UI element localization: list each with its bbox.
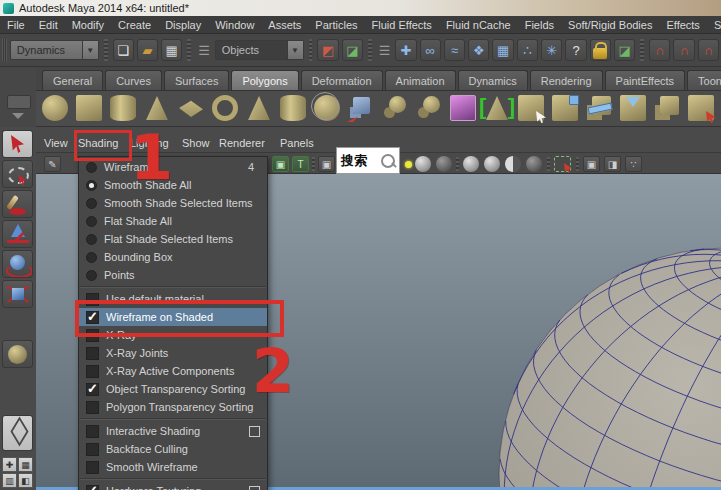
flat-lighting-icon[interactable] <box>484 156 500 172</box>
poly-cube-icon[interactable] <box>75 94 104 123</box>
select-curves-mask-icon[interactable]: ≈ <box>444 39 465 61</box>
select-surfaces-mask-icon[interactable]: ❖ <box>468 39 489 61</box>
menu-modify[interactable]: Modify <box>65 19 111 31</box>
poly-pipe-icon[interactable] <box>279 94 308 123</box>
highlight-selection-icon[interactable]: ◪ <box>614 39 635 61</box>
shelf-tab-curves[interactable]: Curves <box>105 70 162 90</box>
select-deformers-mask-icon[interactable]: ▦ <box>492 39 513 61</box>
menu-display[interactable]: Display <box>158 19 208 31</box>
smooth-icon[interactable] <box>619 94 648 123</box>
menu-item-smooth-wireframe[interactable]: Smooth Wireframe <box>79 458 267 476</box>
panel-menu-show[interactable]: Show <box>182 137 210 149</box>
menu-assets[interactable]: Assets <box>261 19 308 31</box>
default-material-icon[interactable]: ▣ <box>318 156 335 172</box>
menu-soft-rigid-bodies[interactable]: Soft/Rigid Bodies <box>561 19 659 31</box>
poly-platonic-icon[interactable] <box>415 94 444 123</box>
menu-item-hardware-texturing[interactable]: Hardware Texturing <box>79 482 267 490</box>
select-all-mask-icon[interactable]: ✚ <box>395 39 416 61</box>
menu-particles[interactable]: Particles <box>308 19 364 31</box>
select-dynamics-mask-icon[interactable]: ∴ <box>517 39 538 61</box>
separate-icon[interactable] <box>551 94 580 123</box>
snap-to-points-icon[interactable]: ∩ <box>698 39 719 61</box>
panel-menu-view[interactable]: View <box>44 137 68 149</box>
menu-fluid-effects[interactable]: Fluid Effects <box>365 19 439 31</box>
poly-reduce-icon[interactable] <box>347 94 376 123</box>
isolate-select-icon[interactable] <box>554 156 571 172</box>
menu-fluid-ncache[interactable]: Fluid nCache <box>439 19 518 31</box>
viewport-search-input[interactable]: 搜索 <box>336 147 400 174</box>
menu-item-flat-shade-all[interactable]: Flat Shade All <box>79 212 267 230</box>
combine-icon[interactable] <box>517 94 546 123</box>
lock-selection-icon[interactable] <box>590 39 611 61</box>
new-scene-icon[interactable]: ❏ <box>113 39 134 61</box>
shelf-tab-dynamics[interactable]: Dynamics <box>458 70 528 90</box>
poly-sphere-icon[interactable] <box>41 94 70 123</box>
xray-mode-icon[interactable]: ▣ <box>583 156 600 172</box>
snap-to-grid-icon[interactable]: ∩ <box>649 39 670 61</box>
grease-pencil-icon[interactable]: ✎ <box>44 156 61 172</box>
menu-item-smooth-shade-selected-items[interactable]: Smooth Shade Selected Items <box>79 194 267 212</box>
subdiv-cube-icon[interactable] <box>449 94 478 123</box>
layout-quad-pane-button-d[interactable]: ◧ <box>18 473 33 488</box>
menu-item-flat-shade-selected-items[interactable]: Flat Shade Selected Items <box>79 230 267 248</box>
poly-cone-icon[interactable] <box>143 94 172 123</box>
wireframe-sphere-icon[interactable] <box>415 156 431 172</box>
menu-item-points[interactable]: Points <box>79 266 267 284</box>
poly-torus-icon[interactable] <box>211 94 240 123</box>
shelf-tab-rendering[interactable]: Rendering <box>530 70 603 90</box>
plugin-shelf-icon[interactable]: ∵ <box>625 156 642 172</box>
shelf-caret-icon[interactable] <box>12 113 24 119</box>
open-scene-icon[interactable]: ▰ <box>137 39 158 61</box>
lasso-tool[interactable] <box>2 160 33 188</box>
component-filter-icon[interactable]: ☰ <box>377 43 392 58</box>
poly-pyramid-icon[interactable] <box>245 94 274 123</box>
mirror-geometry-icon[interactable] <box>687 94 716 123</box>
shelf-toggle-button[interactable] <box>7 95 31 109</box>
shelf-tab-polygons[interactable]: Polygons <box>231 70 298 90</box>
use-all-lights-icon[interactable] <box>463 156 479 172</box>
film-gate-icon[interactable]: T <box>292 156 309 172</box>
menu-item-x-ray-joints[interactable]: X-Ray Joints <box>79 344 267 362</box>
menu-set-selector[interactable]: Dynamics ▼ <box>10 40 99 60</box>
last-tool-soft-mod[interactable] <box>2 340 33 368</box>
poly-helix-icon[interactable] <box>313 94 342 123</box>
textured-mode-icon[interactable] <box>526 156 542 172</box>
layout-quad-pane-button-c[interactable]: ▥ <box>2 473 17 488</box>
menu-effects[interactable]: Effects <box>659 19 706 31</box>
save-scene-icon[interactable]: ▦ <box>161 39 182 61</box>
menu-create[interactable]: Create <box>111 19 158 31</box>
layout-single-pane-button[interactable] <box>2 415 33 451</box>
panel-menu-renderer[interactable]: Renderer <box>219 137 265 149</box>
shelf-tab-general[interactable]: General <box>42 70 103 90</box>
menu-solvers[interactable]: Solvers <box>707 19 721 31</box>
menu-edit[interactable]: Edit <box>32 19 65 31</box>
menu-item-x-ray-active-components[interactable]: X-Ray Active Components <box>79 362 267 380</box>
select-joints-mask-icon[interactable]: ∞ <box>420 39 441 61</box>
snap-to-curves-icon[interactable]: ∩ <box>673 39 694 61</box>
select-object-mode-icon[interactable]: ◪ <box>342 39 363 61</box>
half-lighting-icon[interactable] <box>505 156 521 172</box>
menu-item-polygon-transparency-sorting[interactable]: Polygon Transparency Sorting <box>79 398 267 416</box>
option-box-icon[interactable] <box>249 486 260 490</box>
move-tool[interactable] <box>2 220 33 248</box>
shelf-tab-deformation[interactable]: Deformation <box>301 70 383 90</box>
poly-cylinder-icon[interactable] <box>109 94 138 123</box>
layout-quad-pane-button-a[interactable]: ✚ <box>2 457 17 472</box>
panel-menu-panels[interactable]: Panels <box>280 137 314 149</box>
select-tool[interactable] <box>2 130 33 158</box>
objects-filter-selector[interactable]: Objects▼ <box>215 40 304 60</box>
option-box-icon[interactable] <box>249 426 260 437</box>
layout-quad-pane-button-b[interactable]: ▦ <box>18 457 33 472</box>
shelf-tab-toon[interactable]: Toon <box>687 70 721 90</box>
toolbar-grip[interactable] <box>2 38 7 62</box>
shaded-sphere-icon[interactable] <box>436 156 452 172</box>
poly-soccer-ball-icon[interactable] <box>381 94 410 123</box>
shelf-tab-animation[interactable]: Animation <box>385 70 456 90</box>
fill-hole-icon[interactable] <box>585 94 614 123</box>
help-mask-icon[interactable]: ? <box>565 39 586 61</box>
menu-window[interactable]: Window <box>208 19 261 31</box>
poly-plane-icon[interactable] <box>177 94 206 123</box>
menu-item-object-transparency-sorting[interactable]: Object Transparency Sorting <box>79 380 267 398</box>
rotate-tool[interactable] <box>2 250 33 278</box>
menu-item-bounding-box[interactable]: Bounding Box <box>79 248 267 266</box>
